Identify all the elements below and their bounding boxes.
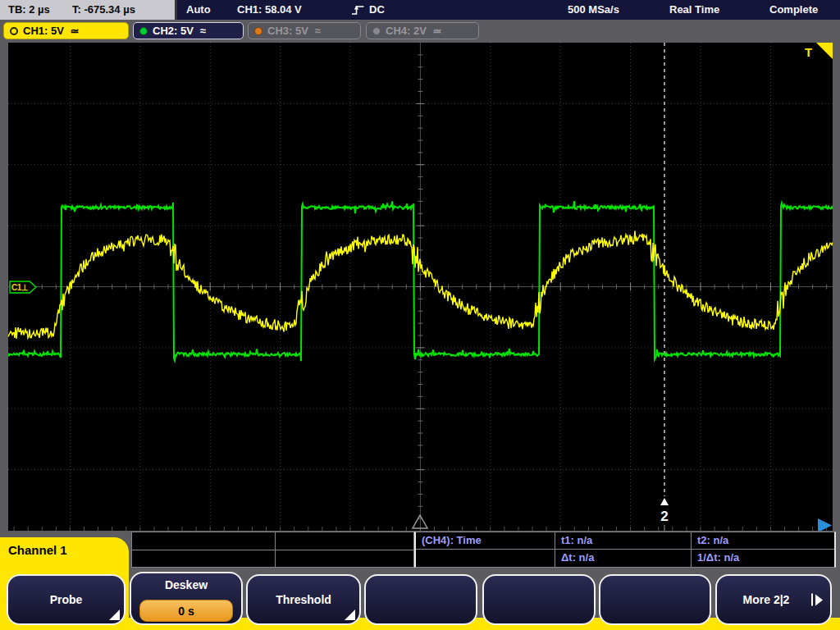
table-divider [132,550,413,550]
trigger-coupling: DC [369,0,385,20]
trigger-slope-icon [351,4,365,16]
channel-level-marker-label: C1⊥ [11,283,29,292]
deskew-button[interactable]: Deskew 0 s [130,572,243,625]
softkey-empty-1[interactable] [364,574,477,625]
sample-rate: 500 MSa/s [568,0,619,20]
bottom-panel: (CH4): Time t1: n/a t2: n/a Δt: n/a 1/Δt… [0,531,840,630]
more-arrow-icon [811,594,823,606]
channel-tab-ch2[interactable]: CH2: 5V ≈ [133,22,244,39]
more-button-label: More 2|2 [743,593,790,606]
cursor-empty-cell [416,550,555,567]
ch1-tab-label: CH1: 5V [23,25,64,37]
channel-tab-ch4[interactable]: CH4: 2V ≃ [366,22,479,39]
softkey-empty-2[interactable] [482,574,596,625]
ch4-coupling-icon: ≃ [433,25,442,37]
cursor-t2-value: t2: n/a [692,532,834,550]
time-offset-value: T: -675.34 µs [72,0,135,20]
trigger-indicator-label: T [805,45,812,59]
ch2-coupling-icon: ≈ [200,25,206,37]
submenu-indicator-icon [109,609,120,620]
deskew-value-field[interactable]: 0 s [139,600,233,622]
acquisition-mode: Real Time [669,0,719,20]
cursor-2-label: 2 [660,509,668,524]
more-button[interactable]: More 2|2 [715,574,832,625]
cursor-result-table: (CH4): Time t1: n/a t2: n/a Δt: n/a 1/Δt… [414,532,836,568]
channel-tab-row: CH1: 5V ≃ CH2: 5V ≈ CH3: 5V ≈ CH4: 2V ≃ [0,20,840,43]
status-bar: TB: 2 µs T: -675.34 µs Auto CH1: 58.04 V… [0,0,840,20]
cursor-dt-value: Δt: n/a [555,550,692,567]
trigger-source-level[interactable]: CH1: 58.04 V [237,0,302,20]
trigger-mode[interactable]: Auto [186,0,211,20]
cursor-inv-dt-value: 1/Δt: n/a [692,550,834,567]
ch2-status-dot-icon [139,27,148,35]
waveform-display-area: 2C1⊥T [0,43,840,531]
ch4-tab-label: CH4: 2V [386,25,427,37]
menu-title: Channel 1 [8,543,67,557]
probe-button[interactable]: Probe [7,574,126,625]
deskew-button-label: Deskew [165,578,208,591]
channel-tab-ch1[interactable]: CH1: 5V ≃ [3,22,129,39]
empty-result-table [131,532,414,568]
cursor-source-header: (CH4): Time [416,532,555,550]
measurement-result-strip: (CH4): Time t1: n/a t2: n/a Δt: n/a 1/Δt… [131,532,836,568]
threshold-button-label: Threshold [276,593,331,606]
ch3-status-dot-icon [254,27,262,35]
timebase-value: TB: 2 µs [8,0,50,20]
ch3-coupling-icon: ≈ [315,25,321,37]
cursor-t1-value: t1: n/a [555,532,692,550]
cursor-2-handle-icon[interactable] [660,498,669,505]
ch3-tab-label: CH3: 5V [267,25,308,37]
trigger-offscreen-corner-icon [816,43,833,59]
channel-tab-ch3[interactable]: CH3: 5V ≈ [248,22,361,39]
softkey-empty-3[interactable] [599,574,711,625]
timebase-panel[interactable]: TB: 2 µs T: -675.34 µs [0,0,177,20]
submenu-indicator-icon [345,609,355,620]
ch1-status-dot-icon [10,27,18,35]
ch2-tab-label: CH2: 5V [153,25,194,37]
ch1-coupling-icon: ≃ [71,25,80,37]
run-arrow-icon[interactable] [818,518,832,531]
acquisition-status: Complete [769,0,818,20]
ch4-status-dot-icon [372,27,381,35]
probe-button-label: Probe [50,593,83,606]
waveform-graticule[interactable]: 2C1⊥T [8,43,833,531]
threshold-button[interactable]: Threshold [246,574,361,625]
deskew-value: 0 s [178,605,194,618]
